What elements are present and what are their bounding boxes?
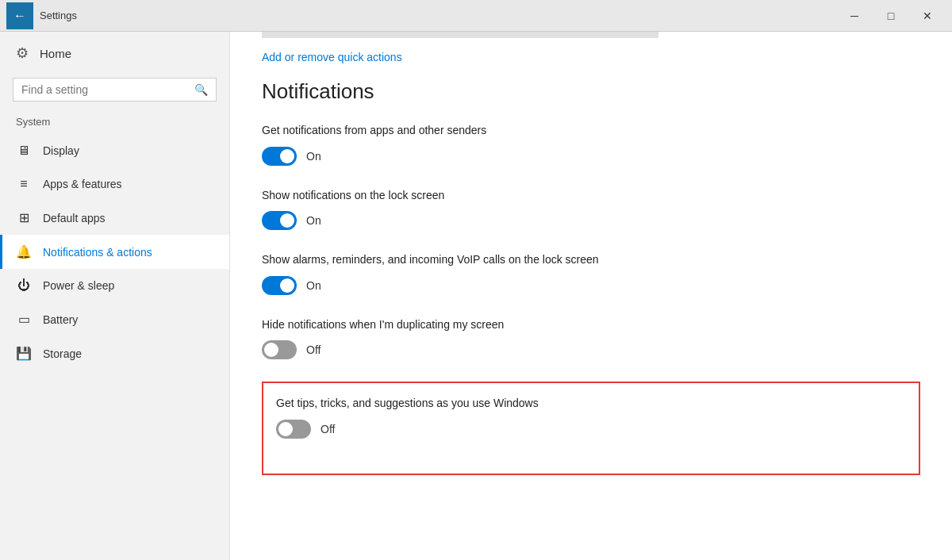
apps-notifications-toggle[interactable] xyxy=(262,147,297,166)
sidebar-item-display-label: Display xyxy=(43,144,79,157)
power-sleep-icon: ⏻ xyxy=(16,278,32,293)
hide-duplicating-state: Off xyxy=(306,343,321,356)
sidebar-item-power-sleep[interactable]: ⏻ Power & sleep xyxy=(0,269,229,302)
lock-screen-notifications-toggle-row: On xyxy=(262,211,920,230)
setting-alarms-lock-screen: Show alarms, reminders, and incoming VoI… xyxy=(262,252,920,295)
setting-apps-notifications: Get notifications from apps and other se… xyxy=(262,123,920,166)
sidebar-item-storage-label: Storage xyxy=(43,347,82,360)
apps-notifications-toggle-row: On xyxy=(262,147,920,166)
alarms-lock-screen-toggle-knob xyxy=(280,278,294,293)
home-icon: ⚙ xyxy=(16,44,29,62)
sidebar-item-apps-features-label: Apps & features xyxy=(43,178,122,190)
sidebar-item-default-apps[interactable]: ⊞ Default apps xyxy=(0,201,229,235)
battery-icon: ▭ xyxy=(16,312,32,327)
quick-actions-link[interactable]: Add or remove quick actions xyxy=(230,38,952,63)
sidebar: ⚙ Home 🔍 System 🖥 Display ≡ Apps & featu… xyxy=(0,32,230,560)
titlebar: ← Settings ─ □ ✕ xyxy=(0,0,952,32)
apps-notifications-toggle-knob xyxy=(280,149,294,163)
sidebar-search-container: 🔍 xyxy=(13,78,217,102)
apps-features-icon: ≡ xyxy=(16,177,32,191)
alarms-lock-screen-toggle[interactable] xyxy=(262,276,297,295)
sidebar-item-notifications-label: Notifications & actions xyxy=(43,246,152,259)
sidebar-item-default-apps-label: Default apps xyxy=(43,212,106,224)
back-icon: ← xyxy=(13,9,26,23)
maximize-button[interactable]: □ xyxy=(873,0,909,32)
hide-duplicating-label: Hide notifications when I'm duplicating … xyxy=(262,317,920,333)
lock-screen-notifications-state: On xyxy=(306,214,321,227)
alarms-lock-screen-toggle-row: On xyxy=(262,276,920,295)
sidebar-item-power-sleep-label: Power & sleep xyxy=(43,279,114,292)
alarms-lock-screen-state: On xyxy=(306,279,321,292)
tips-tricks-toggle-knob xyxy=(278,422,293,436)
scroll-indicator xyxy=(262,32,658,38)
setting-tips-tricks-highlighted: Get tips, tricks, and suggestions as you… xyxy=(262,382,920,475)
sidebar-item-display[interactable]: 🖥 Display xyxy=(0,134,229,167)
display-icon: 🖥 xyxy=(16,144,32,158)
sidebar-item-apps-features[interactable]: ≡ Apps & features xyxy=(0,167,229,201)
sidebar-item-storage[interactable]: 💾 Storage xyxy=(0,336,229,370)
minimize-button[interactable]: ─ xyxy=(836,0,873,32)
minimize-icon: ─ xyxy=(850,10,858,22)
lock-screen-notifications-toggle-knob xyxy=(280,213,294,228)
maximize-icon: □ xyxy=(888,10,894,22)
sidebar-home-label: Home xyxy=(40,47,71,60)
tips-tricks-label: Get tips, tricks, and suggestions as you… xyxy=(276,396,906,412)
lock-screen-notifications-toggle[interactable] xyxy=(262,211,297,230)
hide-duplicating-toggle-knob xyxy=(264,343,278,357)
tips-tricks-toggle[interactable] xyxy=(276,420,311,439)
hide-duplicating-toggle[interactable] xyxy=(262,340,297,359)
close-button[interactable]: ✕ xyxy=(909,0,946,32)
app-body: ⚙ Home 🔍 System 🖥 Display ≡ Apps & featu… xyxy=(0,32,952,560)
setting-tips-tricks: Get tips, tricks, and suggestions as you… xyxy=(276,396,906,439)
search-input[interactable] xyxy=(21,83,188,96)
alarms-lock-screen-label: Show alarms, reminders, and incoming VoI… xyxy=(262,252,920,268)
tips-tricks-toggle-row: Off xyxy=(276,420,906,439)
hide-duplicating-toggle-row: Off xyxy=(262,340,920,359)
notifications-icon: 🔔 xyxy=(16,244,32,259)
close-icon: ✕ xyxy=(923,10,932,22)
notifications-section-title: Notifications xyxy=(230,63,952,123)
apps-notifications-state: On xyxy=(306,150,321,163)
storage-icon: 💾 xyxy=(16,346,32,361)
titlebar-title: Settings xyxy=(40,10,836,21)
apps-notifications-label: Get notifications from apps and other se… xyxy=(262,123,920,139)
sidebar-item-notifications[interactable]: 🔔 Notifications & actions xyxy=(0,235,229,269)
default-apps-icon: ⊞ xyxy=(16,210,32,225)
window-controls: ─ □ ✕ xyxy=(836,0,946,32)
sidebar-item-battery[interactable]: ▭ Battery xyxy=(0,302,229,336)
sidebar-section-label: System xyxy=(0,111,229,134)
sidebar-item-battery-label: Battery xyxy=(43,313,78,326)
content-area: Add or remove quick actions Notification… xyxy=(230,32,952,560)
settings-list: Get notifications from apps and other se… xyxy=(230,123,952,475)
tips-tricks-state: Off xyxy=(321,423,335,435)
sidebar-item-home[interactable]: ⚙ Home xyxy=(0,32,229,75)
back-button[interactable]: ← xyxy=(6,2,33,29)
setting-hide-duplicating: Hide notifications when I'm duplicating … xyxy=(262,317,920,360)
search-icon: 🔍 xyxy=(194,83,208,96)
lock-screen-notifications-label: Show notifications on the lock screen xyxy=(262,188,920,204)
setting-lock-screen-notifications: Show notifications on the lock screen On xyxy=(262,188,920,231)
